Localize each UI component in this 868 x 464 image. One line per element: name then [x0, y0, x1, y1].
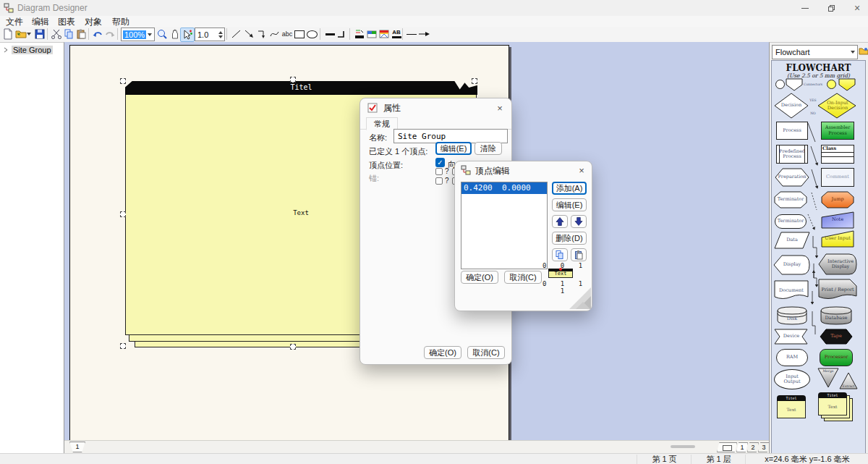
properties-close-icon[interactable]: × — [494, 102, 506, 114]
palette-shape-connector-pentagon-yellow[interactable] — [838, 78, 856, 91]
line-width-spinner[interactable]: 1.0 — [195, 28, 225, 41]
vertex-close-icon[interactable]: × — [576, 164, 587, 176]
palette-shape-jump[interactable]: Jump — [821, 191, 854, 208]
palette-shape-predefined-process[interactable]: Predefined Process — [776, 145, 808, 164]
palette-shape-data[interactable]: Data — [774, 232, 810, 249]
curve-tool[interactable] — [268, 28, 281, 41]
palette-shape-note[interactable]: Note — [821, 211, 854, 229]
palette-shape-input-output[interactable]: Input Output — [774, 369, 810, 389]
vertex-dialog-titlebar[interactable]: 顶点编辑 × — [455, 161, 592, 180]
palette-shape-terminator-rounded[interactable]: Terminator — [775, 214, 807, 229]
paste-vertices-button[interactable] — [571, 248, 587, 261]
palette-shape-tape[interactable]: Tape — [820, 329, 853, 345]
line-dash-style-button[interactable] — [405, 28, 418, 41]
add-vertex-button[interactable]: 添加(A) — [552, 182, 587, 195]
fill-color-button[interactable] — [365, 28, 378, 41]
properties-dialog-titlebar[interactable]: 属性 × — [360, 98, 511, 117]
layer-tab-2[interactable]: 2 — [747, 442, 759, 452]
close-button[interactable]: × — [845, 0, 868, 16]
selection-handle[interactable] — [472, 78, 477, 84]
move-up-button[interactable] — [552, 215, 568, 228]
palette-shape-process[interactable]: Process — [776, 122, 808, 140]
redo-button[interactable] — [103, 28, 116, 41]
palette-shape-extract[interactable]: Extract — [839, 372, 858, 389]
cut-button[interactable] — [50, 28, 63, 41]
open-dropdown-caret[interactable] — [26, 28, 32, 41]
palette-shape-comment[interactable]: Comment — [821, 168, 854, 187]
properties-ok-button[interactable]: 确定(O) — [424, 346, 461, 359]
selection-handle[interactable] — [290, 344, 296, 350]
palette-shape-user-input[interactable]: User Input — [821, 230, 854, 248]
palette-shape-database[interactable]: Database — [820, 305, 853, 326]
layer-tab-3[interactable]: 3 — [758, 442, 769, 452]
arrow-line-tool[interactable] — [243, 28, 256, 41]
palette-shape-preparation[interactable]: Preparation — [775, 168, 809, 187]
font-color-button[interactable]: AB — [390, 28, 403, 41]
palette-shape-terminator[interactable]: Terminator — [774, 191, 807, 208]
zoom-tool-icon[interactable] — [156, 28, 169, 41]
palette-shape-note-group[interactable]: Titel Text — [777, 395, 806, 418]
palette-shape-on-input-decision[interactable]: On-Input Decision — [817, 93, 856, 119]
template-select[interactable]: Flowchart — [772, 45, 858, 59]
horizontal-scrollbar-thumb[interactable] — [671, 445, 695, 448]
selection-handle[interactable] — [120, 211, 126, 217]
selection-handle[interactable] — [120, 78, 126, 84]
palette-shape-note-group-stacked[interactable]: Titel Text — [818, 392, 853, 421]
page-tab-1[interactable]: 1 — [69, 442, 85, 452]
thick-line-style-button[interactable] — [323, 28, 336, 41]
image-fill-button[interactable] — [378, 28, 391, 41]
corner-line-style-button[interactable] — [336, 28, 349, 41]
tree-item-site-group[interactable]: Site Group — [3, 46, 53, 54]
copy-vertices-button[interactable] — [552, 248, 568, 261]
zoom-select[interactable]: 100% — [121, 28, 155, 41]
line-color-button[interactable] — [353, 28, 366, 41]
palette-shape-print-report[interactable]: Print / Report — [818, 278, 857, 303]
open-template-button[interactable] — [858, 46, 868, 56]
arrow-style-button[interactable] — [418, 28, 431, 41]
vertex-cancel-button[interactable]: 取消(C) — [504, 271, 542, 284]
copy-button[interactable] — [62, 28, 75, 41]
name-input[interactable] — [393, 129, 508, 143]
new-document-button[interactable] — [1, 28, 14, 41]
paste-button[interactable] — [75, 28, 88, 41]
palette-shape-connector-circle[interactable] — [775, 80, 785, 89]
palette-shape-disk[interactable]: Disk — [776, 305, 808, 326]
palette-shape-interactive-display[interactable]: Interactive Display — [818, 252, 857, 277]
save-button[interactable] — [33, 28, 46, 41]
restore-button[interactable] — [819, 0, 843, 16]
line-tool[interactable] — [230, 28, 243, 41]
ellipse-tool[interactable] — [305, 28, 318, 41]
selection-handle[interactable] — [290, 77, 296, 83]
palette-shape-connector-pentagon[interactable] — [786, 78, 803, 91]
minimize-button[interactable] — [793, 0, 817, 16]
palette-shape-class[interactable]: Class — [821, 145, 854, 164]
palette-shape-device[interactable]: Device — [774, 329, 809, 345]
palette-shape-document[interactable]: Document — [774, 279, 809, 303]
restrict-inside-checkbox[interactable]: ✓ — [435, 158, 445, 167]
vertex-list-item-selected[interactable]: 0.4200 0.0000 — [461, 182, 547, 194]
edit-vertex-button[interactable]: 编辑(E) — [552, 198, 587, 211]
anchor-checkbox[interactable] — [435, 168, 443, 175]
anchor-checkbox[interactable] — [435, 177, 443, 185]
delete-vertex-button[interactable]: 删除(D) — [552, 232, 587, 245]
properties-cancel-button[interactable]: 取消(C) — [467, 346, 505, 359]
palette-shape-assembler-process[interactable]: Assembler Process — [821, 122, 854, 140]
text-tool[interactable]: abc — [281, 28, 294, 41]
vertex-listbox[interactable]: 0.4200 0.0000 — [461, 182, 548, 269]
edit-vertices-button[interactable]: 编辑(E) — [435, 142, 472, 155]
palette-shape-ram[interactable]: RAM — [776, 349, 808, 366]
undo-button[interactable] — [91, 28, 104, 41]
layer-tab-1[interactable]: 1 — [736, 442, 748, 452]
palette-shape-display[interactable]: Display — [773, 253, 811, 277]
palette-shape-decision[interactable]: Decision — [774, 93, 809, 119]
palette-shape-merge[interactable]: Merge — [817, 368, 839, 388]
spinner-arrows[interactable] — [218, 31, 223, 38]
palette-shape-connector-circle-yellow[interactable] — [827, 80, 836, 89]
selection-handle[interactable] — [120, 343, 126, 349]
vertex-ok-button[interactable]: 确定(O) — [461, 271, 498, 284]
layer-tab-new[interactable] — [717, 442, 737, 452]
clear-vertices-button[interactable]: 清除 — [475, 142, 502, 155]
edit-vertices-tool-icon[interactable] — [180, 28, 195, 42]
move-down-button[interactable] — [571, 215, 587, 228]
polyline-tool[interactable] — [256, 28, 269, 41]
